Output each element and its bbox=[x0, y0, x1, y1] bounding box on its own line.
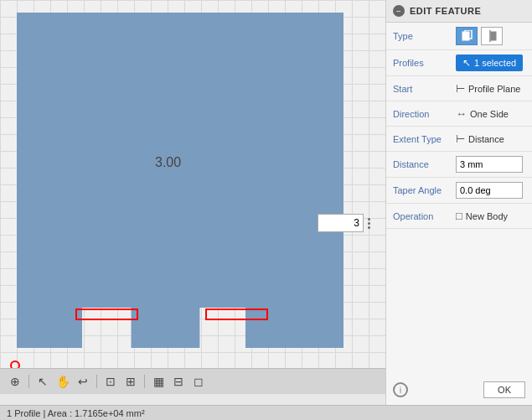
label-profiles: Profiles bbox=[393, 58, 456, 68]
operation-dropdown[interactable]: □ New Body bbox=[456, 210, 525, 222]
toolbar-sep-2 bbox=[96, 375, 97, 388]
canvas-area: 3.00 ⊕ ↖ ✋ ↩ ⊡ ⊞ ▦ ⊟ ◻ bbox=[0, 0, 385, 394]
toolbar-icon-zoom[interactable]: ⊡ bbox=[102, 373, 119, 390]
label-type: Type bbox=[393, 31, 456, 41]
label-direction: Direction bbox=[393, 109, 456, 119]
label-operation: Operation bbox=[393, 211, 456, 221]
svg-rect-2 bbox=[491, 32, 496, 40]
operation-value: □ New Body bbox=[456, 210, 525, 222]
toolbar-icon-cursor[interactable]: ↖ bbox=[34, 373, 51, 390]
toolbar-icon-sketch[interactable]: ◻ bbox=[190, 373, 207, 390]
toolbar-sep-1 bbox=[28, 375, 29, 388]
property-row-operation: Operation □ New Body bbox=[386, 204, 532, 229]
type-icon-extrude[interactable] bbox=[456, 27, 478, 45]
collapse-button[interactable]: − bbox=[393, 5, 405, 17]
start-value-icon: ⊢ bbox=[456, 82, 465, 95]
edit-feature-title: EDIT FEATURE bbox=[410, 6, 481, 16]
label-distance: Distance bbox=[393, 159, 456, 169]
direction-value-text: One Side bbox=[470, 109, 509, 119]
extent-type-text: Distance bbox=[468, 134, 504, 144]
label-extent-type: Extent Type bbox=[393, 134, 456, 144]
shape-dimension-label: 3.00 bbox=[155, 155, 181, 170]
label-taper-angle: Taper Angle bbox=[393, 185, 456, 195]
taper-angle-value bbox=[456, 182, 525, 199]
direction-value-icon: ↔ bbox=[456, 107, 467, 120]
profiles-value: ↖ 1 selected bbox=[456, 54, 525, 71]
property-row-distance: Distance bbox=[386, 152, 532, 178]
property-row-direction: Direction ↔ One Side bbox=[386, 101, 532, 127]
status-text: 1 Profile | Area : 1.7165e+04 mm² bbox=[7, 408, 145, 418]
extent-type-icon: ⊢ bbox=[456, 132, 465, 145]
start-value-text: Profile Plane bbox=[468, 84, 520, 94]
profiles-selected-text: 1 selected bbox=[474, 58, 516, 68]
property-row-profiles: Profiles ↖ 1 selected bbox=[386, 50, 532, 76]
edit-feature-header: − EDIT FEATURE bbox=[386, 0, 532, 23]
type-icon-revolve[interactable] bbox=[481, 27, 503, 45]
property-row-extent-type: Extent Type ⊢ Distance bbox=[386, 127, 532, 152]
cursor-icon: ↖ bbox=[462, 57, 471, 69]
toolbar-icon-pan[interactable]: ✋ bbox=[54, 373, 71, 390]
property-row-type: Type bbox=[386, 23, 532, 50]
distance-input[interactable] bbox=[456, 156, 523, 173]
dimension-dots-menu[interactable] bbox=[365, 216, 373, 231]
start-value: ⊢ Profile Plane bbox=[456, 82, 525, 95]
info-icon[interactable]: i bbox=[393, 382, 408, 397]
distance-value bbox=[456, 156, 525, 173]
toolbar-icon-fit[interactable]: ⊞ bbox=[122, 373, 139, 390]
profiles-button[interactable]: ↖ 1 selected bbox=[456, 54, 523, 71]
toolbar-icon-home[interactable]: ⊕ bbox=[7, 373, 23, 390]
type-icons bbox=[456, 27, 503, 45]
status-bar: 1 Profile | Area : 1.7165e+04 mm² bbox=[0, 405, 532, 420]
type-value bbox=[456, 27, 525, 45]
bottom-toolbar: ⊕ ↖ ✋ ↩ ⊡ ⊞ ▦ ⊟ ◻ bbox=[0, 368, 385, 394]
operation-icon: □ bbox=[456, 210, 462, 222]
toolbar-sep-3 bbox=[144, 375, 145, 388]
right-panel: − EDIT FEATURE Type bbox=[385, 0, 532, 420]
direction-value: ↔ One Side bbox=[456, 107, 525, 120]
toolbar-icon-orbit[interactable]: ↩ bbox=[75, 373, 91, 390]
dimension-input[interactable] bbox=[318, 214, 364, 232]
toolbar-icon-display[interactable]: ▦ bbox=[150, 373, 167, 390]
ok-button[interactable]: OK bbox=[483, 381, 525, 398]
label-start: Start bbox=[393, 84, 456, 94]
red-rect-right bbox=[205, 309, 268, 320]
red-rect-left bbox=[75, 309, 138, 320]
toolbar-icon-section[interactable]: ⊟ bbox=[170, 373, 187, 390]
taper-angle-input[interactable] bbox=[456, 182, 523, 199]
start-dropdown[interactable]: ⊢ Profile Plane bbox=[456, 82, 525, 95]
direction-dropdown[interactable]: ↔ One Side bbox=[456, 107, 525, 120]
extent-type-dropdown[interactable]: ⊢ Distance bbox=[456, 132, 525, 145]
extent-type-value: ⊢ Distance bbox=[456, 132, 525, 145]
property-row-start: Start ⊢ Profile Plane bbox=[386, 76, 532, 101]
operation-value-text: New Body bbox=[466, 211, 508, 221]
property-row-taper-angle: Taper Angle bbox=[386, 178, 532, 204]
dimension-input-container bbox=[318, 214, 373, 232]
bottom-buttons-row: i OK bbox=[386, 376, 532, 403]
3d-shape bbox=[17, 13, 343, 348]
